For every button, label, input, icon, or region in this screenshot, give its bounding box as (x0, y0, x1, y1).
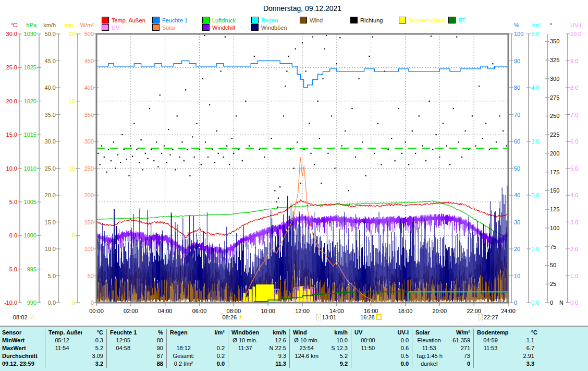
cell-value: 5.2 (323, 352, 351, 360)
svg-text:-5.0: -5.0 (7, 266, 17, 272)
svg-text:%: % (514, 22, 519, 28)
cell-value: 80 (140, 337, 166, 344)
cell-time: UV (351, 329, 388, 337)
svg-text:50.0: 50.0 (45, 31, 56, 37)
svg-text:500: 500 (84, 31, 94, 37)
table-row-label: Durchschnitt (0, 352, 45, 360)
svg-text:l/m²: l/m² (531, 22, 541, 28)
table-row-label: MaxWert (0, 344, 45, 352)
svg-text:1030: 1030 (24, 31, 36, 37)
cell-value: 3.09 (79, 352, 106, 360)
svg-text:°C: °C (11, 22, 17, 28)
axis-kmh: km/h50.045.040.035.030.025.020.015.010.0… (43, 22, 60, 306)
table-cell-uv: 11:500.6 (351, 344, 412, 352)
table-cell-solar: dunkel0 (412, 360, 473, 368)
svg-text:24:00: 24:00 (501, 308, 516, 314)
svg-text:10.0: 10.0 (45, 246, 56, 252)
svg-text:18:00: 18:00 (398, 308, 413, 314)
table-row-label: MinWert (0, 337, 45, 344)
table-cell-bodentemp-5: Bodentemp +5°C (473, 329, 588, 337)
svg-text:50: 50 (514, 165, 520, 172)
table-cell-windb-en: Ø 10 min.12.6 (228, 337, 289, 344)
svg-text:0: 0 (72, 300, 75, 306)
table-cell-windb-en: 11:37N 22.5 (228, 344, 289, 352)
svg-text:15.0: 15.0 (6, 131, 17, 138)
cell-value: °C (510, 329, 541, 337)
axis-UVI: UV-I10.09.08.07.06.05.04.03.02.01.00.0 (566, 22, 581, 306)
astro-time: 08:02 (13, 314, 28, 320)
cell-time (167, 337, 200, 344)
cell-value: 9.2 (323, 360, 351, 368)
cell-time (474, 360, 507, 368)
cell-value: -1.1 (507, 337, 537, 344)
svg-text:5.0: 5.0 (570, 165, 578, 172)
cell-time: Tag:1:45 h (412, 352, 446, 360)
svg-text:45.0: 45.0 (45, 58, 56, 64)
cell-time: 124.6 km (290, 352, 323, 360)
svg-text:175: 175 (550, 169, 559, 175)
table-cell-solar: Elevation-61.359 (412, 337, 473, 344)
cell-time: 11:37 (228, 344, 262, 352)
svg-text:20:00: 20:00 (433, 308, 447, 314)
svg-text:15: 15 (69, 98, 75, 104)
series-layer (96, 35, 508, 303)
cell-time: Gesamt: (167, 352, 200, 360)
svg-text:50: 50 (88, 273, 94, 279)
cell-time (228, 352, 262, 360)
cell-time (474, 352, 507, 360)
table-cell-solar: Tag:1:45 h73 (412, 352, 473, 360)
table-cell-bodentemp-5: 11:536.7 (473, 344, 588, 352)
cell-value: 11.3 (262, 360, 289, 368)
cell-time (45, 352, 79, 360)
svg-text:150: 150 (550, 187, 559, 194)
cell-value: 0.0 (385, 337, 412, 344)
cell-time: Feuchte 1 (107, 329, 143, 337)
svg-text:-10.0: -10.0 (4, 300, 17, 306)
svg-text:325: 325 (550, 57, 559, 63)
svg-text:4.0: 4.0 (531, 85, 539, 91)
cell-time (228, 360, 262, 368)
table-cell-wind: Ø 10 min.10.0 (289, 337, 351, 344)
cell-time: 12:05 (107, 337, 140, 344)
svg-text:min.: min. (64, 22, 75, 28)
svg-text:2.0: 2.0 (531, 192, 539, 198)
cell-time: Solar (412, 329, 449, 337)
axis-hPa: hPa1030102510201015101010051000995990 (24, 22, 41, 306)
cell-time (290, 360, 323, 368)
svg-text:0: 0 (550, 300, 553, 306)
svg-text:6.0: 6.0 (570, 138, 578, 145)
cell-value: 271 (446, 344, 473, 352)
svg-text:1000: 1000 (24, 232, 36, 238)
summary-table: SensorTemp. Außen°CFeuchte 1%Regenl/m²Wi… (0, 326, 588, 371)
svg-text:300: 300 (84, 138, 94, 145)
moonset-icon: ↓ (478, 314, 483, 320)
svg-text:10:00: 10:00 (261, 308, 275, 314)
cell-time: 23:54 (290, 344, 323, 352)
svg-text:50: 50 (550, 262, 556, 268)
moonrise-icon: ↑ (316, 314, 321, 320)
cell-time: 00:00 (351, 337, 385, 344)
svg-text:200: 200 (550, 150, 559, 157)
svg-text:1.0: 1.0 (570, 273, 578, 279)
table-cell-temp-au-en: 3.2 (45, 360, 106, 368)
svg-text:250: 250 (550, 113, 559, 119)
svg-text:250: 250 (84, 165, 94, 172)
cell-value: 2.91 (507, 352, 537, 360)
svg-text:7.0: 7.0 (570, 112, 578, 118)
cell-value (200, 337, 228, 344)
table-cell-solar: 11:53271 (412, 344, 473, 352)
svg-text:04:00: 04:00 (158, 308, 173, 314)
astro-marker-sunrise: 08:26☀ (222, 314, 243, 320)
cell-time (107, 360, 140, 368)
svg-text:25.0: 25.0 (45, 165, 56, 172)
sunset-icon (376, 314, 382, 320)
cell-value: km/h (326, 329, 351, 337)
cell-time: Windböen (228, 329, 265, 337)
sunrise-icon: ☀ (238, 314, 244, 320)
astro-marker-moonset: ↓22:27 (478, 314, 498, 320)
cell-value: 0.5 (385, 352, 412, 360)
svg-text:5.0: 5.0 (531, 31, 539, 37)
cell-time: 0.2 l/m² (167, 360, 200, 368)
cell-time (45, 360, 79, 368)
cell-time: Temp. Außen (45, 329, 82, 337)
